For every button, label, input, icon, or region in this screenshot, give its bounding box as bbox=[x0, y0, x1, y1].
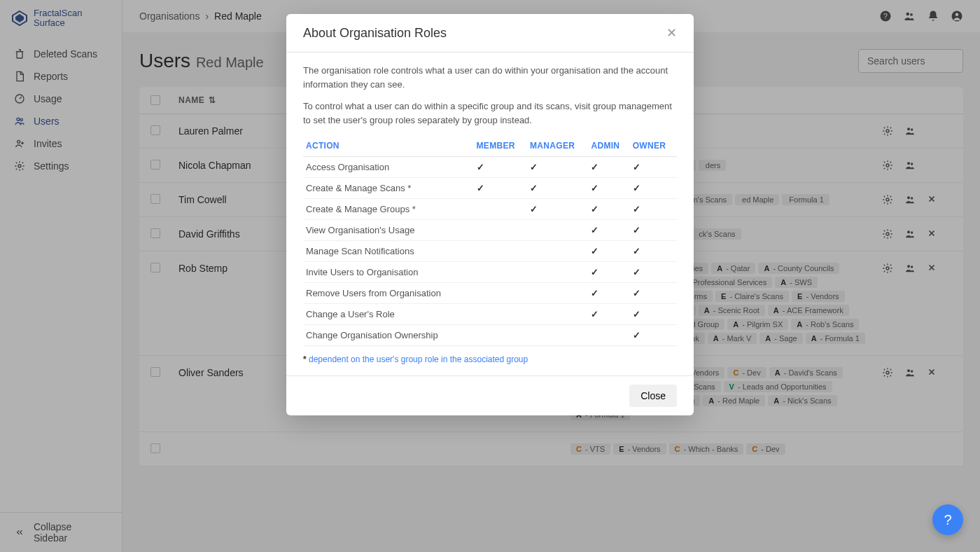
check-icon: ✓ bbox=[591, 183, 598, 193]
check-icon: ✓ bbox=[530, 204, 538, 214]
role-row: View Organisation's Usage✓✓ bbox=[303, 220, 677, 241]
role-perm-cell: ✓ bbox=[588, 262, 629, 283]
role-perm-cell: ✓ bbox=[527, 178, 588, 199]
role-row: Change Organisation Ownership✓ bbox=[303, 325, 677, 346]
role-perm-cell bbox=[474, 325, 528, 346]
role-perm-cell: ✓ bbox=[588, 304, 629, 325]
check-icon: ✓ bbox=[477, 183, 484, 193]
role-perm-cell bbox=[474, 199, 528, 220]
roles-table: ACTIONMEMBERMANAGERADMINOWNER Access Org… bbox=[303, 135, 677, 346]
role-action-label: Remove Users from Organisation bbox=[303, 283, 474, 304]
role-row: Access Organisation✓✓✓✓ bbox=[303, 157, 677, 178]
role-row: Create & Manage Groups *✓✓✓ bbox=[303, 199, 677, 220]
role-perm-cell bbox=[527, 325, 588, 346]
check-icon: ✓ bbox=[633, 225, 640, 235]
modal-body: The organisation role controls what a us… bbox=[286, 53, 694, 375]
role-perm-cell: ✓ bbox=[588, 157, 629, 178]
role-perm-cell bbox=[527, 220, 588, 241]
role-perm-cell: ✓ bbox=[588, 199, 629, 220]
modal-paragraph: The organisation role controls what a us… bbox=[303, 64, 677, 91]
role-perm-cell: ✓ bbox=[630, 178, 677, 199]
check-icon: ✓ bbox=[591, 267, 598, 277]
role-perm-cell: ✓ bbox=[630, 220, 677, 241]
role-perm-cell bbox=[527, 241, 588, 262]
role-perm-cell: ✓ bbox=[588, 283, 629, 304]
role-perm-cell: ✓ bbox=[630, 262, 677, 283]
check-icon: ✓ bbox=[633, 183, 640, 193]
role-perm-cell: ✓ bbox=[474, 157, 528, 178]
check-icon: ✓ bbox=[633, 267, 640, 277]
role-action-label: Change a User's Role bbox=[303, 304, 474, 325]
check-icon: ✓ bbox=[530, 183, 538, 193]
role-column-header: ACTION bbox=[303, 135, 474, 157]
role-perm-cell: ✓ bbox=[630, 199, 677, 220]
check-icon: ✓ bbox=[530, 162, 538, 172]
role-column-header: ADMIN bbox=[588, 135, 629, 157]
check-icon: ✓ bbox=[591, 309, 598, 319]
role-perm-cell: ✓ bbox=[588, 220, 629, 241]
role-perm-cell: ✓ bbox=[474, 178, 528, 199]
role-row: Invite Users to Organisation✓✓ bbox=[303, 262, 677, 283]
close-button[interactable]: Close bbox=[629, 385, 677, 407]
role-row: Change a User's Role✓✓ bbox=[303, 304, 677, 325]
check-icon: ✓ bbox=[633, 330, 640, 340]
check-icon: ✓ bbox=[591, 246, 598, 256]
help-fab[interactable]: ? bbox=[932, 504, 963, 535]
check-icon: ✓ bbox=[591, 204, 598, 214]
check-icon: ✓ bbox=[591, 288, 598, 298]
role-perm-cell: ✓ bbox=[527, 157, 588, 178]
check-icon: ✓ bbox=[633, 309, 640, 319]
role-perm-cell bbox=[527, 283, 588, 304]
role-perm-cell: ✓ bbox=[630, 304, 677, 325]
role-perm-cell: ✓ bbox=[630, 325, 677, 346]
role-perm-cell bbox=[474, 241, 528, 262]
check-icon: ✓ bbox=[633, 246, 640, 256]
role-action-label: Change Organisation Ownership bbox=[303, 325, 474, 346]
role-perm-cell bbox=[527, 262, 588, 283]
role-column-header: MEMBER bbox=[474, 135, 528, 157]
check-icon: ✓ bbox=[633, 288, 640, 298]
role-perm-cell: ✓ bbox=[527, 199, 588, 220]
role-perm-cell bbox=[588, 325, 629, 346]
role-action-label: View Organisation's Usage bbox=[303, 220, 474, 241]
check-icon: ✓ bbox=[477, 162, 484, 172]
close-icon[interactable]: ✕ bbox=[666, 25, 677, 41]
role-row: Manage Scan Notifications✓✓ bbox=[303, 241, 677, 262]
role-perm-cell bbox=[474, 220, 528, 241]
role-action-label: Create & Manage Scans * bbox=[303, 178, 474, 199]
check-icon: ✓ bbox=[591, 225, 598, 235]
modal-title: About Organisation Roles bbox=[303, 26, 447, 41]
role-perm-cell: ✓ bbox=[630, 241, 677, 262]
footnote: * dependent on the user's group role in … bbox=[303, 354, 677, 364]
role-action-label: Invite Users to Organisation bbox=[303, 262, 474, 283]
check-icon: ✓ bbox=[591, 162, 598, 172]
modal-overlay[interactable]: About Organisation Roles ✕ The organisat… bbox=[0, 0, 980, 552]
role-perm-cell: ✓ bbox=[588, 241, 629, 262]
role-column-header: MANAGER bbox=[527, 135, 588, 157]
role-column-header: OWNER bbox=[630, 135, 677, 157]
modal-paragraph: To control what a user can do within a s… bbox=[303, 99, 677, 127]
role-perm-cell bbox=[527, 304, 588, 325]
role-perm-cell: ✓ bbox=[630, 283, 677, 304]
role-perm-cell bbox=[474, 304, 528, 325]
role-row: Remove Users from Organisation✓✓ bbox=[303, 283, 677, 304]
check-icon: ✓ bbox=[633, 162, 640, 172]
roles-modal: About Organisation Roles ✕ The organisat… bbox=[286, 14, 694, 415]
role-perm-cell: ✓ bbox=[588, 178, 629, 199]
modal-footer: Close bbox=[286, 375, 694, 415]
role-perm-cell: ✓ bbox=[630, 157, 677, 178]
role-action-label: Access Organisation bbox=[303, 157, 474, 178]
role-perm-cell bbox=[474, 283, 528, 304]
modal-header: About Organisation Roles ✕ bbox=[286, 14, 694, 53]
role-action-label: Manage Scan Notifications bbox=[303, 241, 474, 262]
role-action-label: Create & Manage Groups * bbox=[303, 199, 474, 220]
check-icon: ✓ bbox=[633, 204, 640, 214]
role-row: Create & Manage Scans *✓✓✓✓ bbox=[303, 178, 677, 199]
role-perm-cell bbox=[474, 262, 528, 283]
